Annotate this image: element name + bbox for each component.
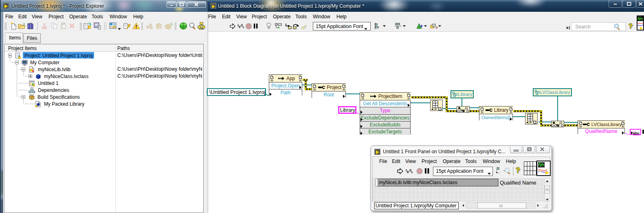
svg-text:?!: ?! bbox=[361, 97, 364, 100]
svg-text:?!: ?! bbox=[579, 125, 582, 128]
svg-text:?!: ?! bbox=[313, 88, 316, 91]
svg-text:?!: ?! bbox=[270, 79, 273, 82]
svg-text:?!: ?! bbox=[481, 111, 484, 114]
svg-text:UML: UML bbox=[199, 27, 204, 30]
svg-text:abc: abc bbox=[633, 131, 640, 135]
